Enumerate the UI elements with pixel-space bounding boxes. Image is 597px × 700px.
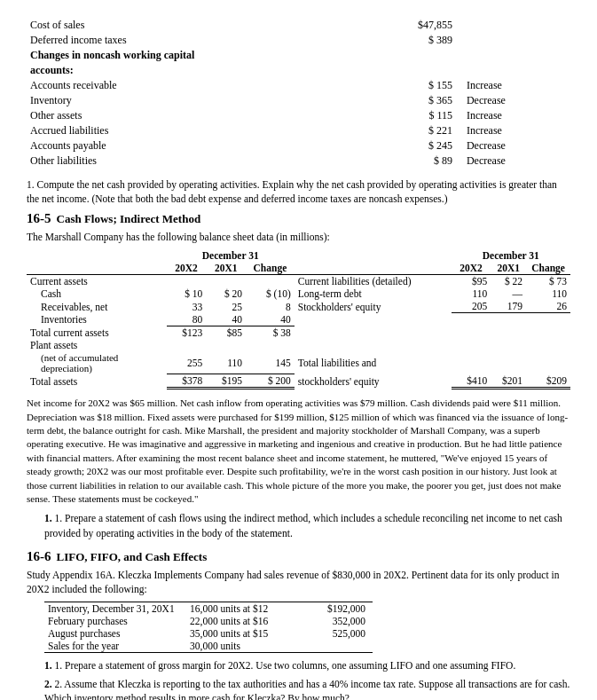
right-v2: $201 bbox=[491, 374, 526, 389]
section-16-6-intro: Study Appendix 16A. Kleczka Implements C… bbox=[27, 568, 570, 596]
row-label: Accounts receivable bbox=[27, 78, 342, 93]
row-status: Increase bbox=[456, 78, 570, 93]
aug-units: 35,000 units at $15 bbox=[186, 627, 302, 640]
dec31-left-header: December 31 bbox=[167, 249, 295, 262]
left-label: Plant assets bbox=[27, 339, 167, 351]
left-v2: $ 20 bbox=[206, 287, 246, 300]
left-v3: 40 bbox=[246, 313, 295, 326]
row-amount: $ 89 bbox=[342, 153, 456, 169]
left-v2: 25 bbox=[206, 300, 246, 313]
question1-text: 1. Compute the net cash provided by oper… bbox=[27, 177, 570, 206]
question-16-6-1: 1. 1. Prepare a statement of gross margi… bbox=[27, 658, 570, 672]
table-row: Receivables, net 33 25 8 Stockholders' e… bbox=[27, 300, 570, 313]
left-v2: 40 bbox=[206, 313, 246, 326]
table-row: Accounts receivable $ 155 Increase bbox=[27, 78, 570, 93]
right-label: Long-term debt bbox=[295, 287, 452, 300]
left-v2 bbox=[206, 275, 246, 288]
inv-units: 16,000 units at $12 bbox=[186, 602, 302, 615]
row-amount bbox=[342, 48, 456, 63]
row-status: Increase bbox=[456, 108, 570, 123]
right-label: stockholders' equity bbox=[295, 374, 452, 389]
table-row: Sales for the year 30,000 units bbox=[44, 640, 373, 653]
left-label: Total current assets bbox=[27, 326, 167, 339]
row-amount bbox=[342, 63, 456, 78]
table-row: Plant assets bbox=[27, 339, 570, 351]
right-v2 bbox=[491, 339, 526, 351]
col-20x2-left: 20X2 bbox=[167, 262, 207, 275]
sales-amount bbox=[302, 640, 373, 653]
right-label: Current liabilities (detailed) bbox=[295, 275, 452, 288]
left-v1 bbox=[167, 339, 207, 351]
row-label: Accounts payable bbox=[27, 138, 342, 153]
section-number: 16-5 bbox=[27, 211, 51, 226]
feb-label: February purchases bbox=[44, 615, 186, 627]
right-v1: $410 bbox=[452, 374, 491, 389]
left-v1 bbox=[167, 275, 207, 288]
feb-amount: 352,000 bbox=[302, 615, 373, 627]
right-v3 bbox=[526, 351, 570, 374]
left-v1: 80 bbox=[167, 313, 207, 326]
right-v2 bbox=[491, 326, 526, 339]
section-16-5-intro: The Marshall Company has the following b… bbox=[27, 230, 570, 244]
left-v3 bbox=[246, 339, 295, 351]
row-label: Inventory bbox=[27, 93, 342, 108]
left-label: Inventories bbox=[27, 313, 167, 326]
row-label: Other liabilities bbox=[27, 153, 342, 169]
question-16-5-text: 1. 1. Prepare a statement of cash flows … bbox=[44, 511, 570, 539]
section-16-6-header: 16-6 LIFO, FIFO, and Cash Effects bbox=[27, 549, 570, 564]
question-16-6-2: 2. 2. Assume that Kleczka is reporting t… bbox=[27, 677, 570, 700]
row-amount: $ 221 bbox=[342, 123, 456, 138]
header-row: December 31 December 31 bbox=[27, 249, 570, 262]
row-status: Decrease bbox=[456, 138, 570, 153]
top-cost-table: Cost of sales $47,855 Deferred income ta… bbox=[27, 18, 570, 169]
row-label: accounts: bbox=[27, 63, 342, 78]
table-row: Total current assets $123 $85 $ 38 bbox=[27, 326, 570, 339]
row-status bbox=[456, 18, 570, 33]
table-row: Changes in noncash working capital bbox=[27, 48, 570, 63]
row-amount: $ 365 bbox=[342, 93, 456, 108]
left-v1: $378 bbox=[167, 374, 207, 389]
row-status: Increase bbox=[456, 123, 570, 138]
left-label: (net of accumulated depreciation) bbox=[27, 351, 167, 374]
right-label bbox=[295, 339, 452, 351]
narrative-text: Net income for 20X2 was $65 million. Net… bbox=[27, 397, 570, 506]
aug-amount: 525,000 bbox=[302, 627, 373, 640]
row-label: Other assets bbox=[27, 108, 342, 123]
q16-6-2-text: 2. 2. Assume that Kleczka is reporting t… bbox=[44, 677, 570, 700]
right-v3: 110 bbox=[526, 287, 570, 300]
right-v3 bbox=[526, 326, 570, 339]
empty-col bbox=[27, 262, 167, 275]
right-v1: 110 bbox=[452, 287, 491, 300]
right-v1 bbox=[452, 351, 491, 374]
left-v2: 110 bbox=[206, 351, 246, 374]
left-v3: $ 38 bbox=[246, 326, 295, 339]
row-status: Decrease bbox=[456, 153, 570, 169]
row-status bbox=[456, 63, 570, 78]
right-label: Total liabilities and bbox=[295, 351, 452, 374]
right-v2 bbox=[491, 351, 526, 374]
inv-label: Inventory, December 31, 20X1 bbox=[44, 602, 186, 615]
left-v2: $85 bbox=[206, 326, 246, 339]
table-row: Deferred income taxes $ 389 bbox=[27, 33, 570, 48]
row-label: Accrued liabilities bbox=[27, 123, 342, 138]
sales-units: 30,000 units bbox=[186, 640, 302, 653]
row-amount: $ 155 bbox=[342, 78, 456, 93]
right-v3: $ 73 bbox=[526, 275, 570, 288]
left-v3 bbox=[246, 275, 295, 288]
table-row: Accounts payable $ 245 Decrease bbox=[27, 138, 570, 153]
left-v3: 145 bbox=[246, 351, 295, 374]
table-row: Accrued liabilities $ 221 Increase bbox=[27, 123, 570, 138]
table-row: Inventory, December 31, 20X1 16,000 unit… bbox=[44, 602, 373, 615]
right-v1: 205 bbox=[452, 300, 491, 313]
right-v3: $209 bbox=[526, 374, 570, 389]
right-v3: 26 bbox=[526, 300, 570, 313]
right-label bbox=[295, 313, 452, 326]
right-label-empty bbox=[295, 249, 452, 262]
col-20x2-right: 20X2 bbox=[452, 262, 491, 275]
right-v2: — bbox=[491, 287, 526, 300]
left-v2: $195 bbox=[206, 374, 246, 389]
right-v1 bbox=[452, 339, 491, 351]
table-row: (net of accumulated depreciation) 255 11… bbox=[27, 351, 570, 374]
left-v3: $ (10) bbox=[246, 287, 295, 300]
table-row: Current assets Current liabilities (deta… bbox=[27, 275, 570, 288]
